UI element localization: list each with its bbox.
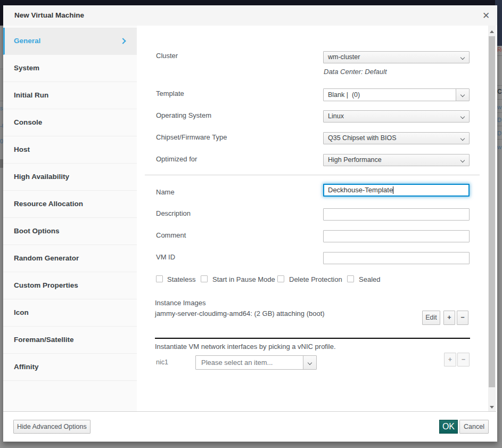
nic-section-note: Instantiate VM network interfaces by pic… bbox=[155, 343, 336, 351]
sidebar-item-custom-properties[interactable]: Custom Properties bbox=[3, 272, 137, 299]
sidebar-item-general[interactable]: General bbox=[3, 28, 137, 55]
scroll-down-arrow[interactable] bbox=[490, 406, 494, 409]
chevron-down-icon bbox=[460, 158, 465, 162]
os-select[interactable]: Linux bbox=[323, 110, 470, 123]
close-icon[interactable]: ✕ bbox=[481, 11, 491, 21]
scroll-up-arrow[interactable] bbox=[490, 30, 494, 33]
scrollbar-thumb[interactable] bbox=[489, 36, 495, 387]
new-vm-dialog: New Virtual Machine ✕ General System Ini… bbox=[3, 5, 497, 442]
start-in-pause-mode-checkbox[interactable] bbox=[201, 275, 208, 282]
background-row-line bbox=[497, 99, 502, 100]
template-select[interactable]: Blank | (0) bbox=[323, 88, 470, 101]
vm-id-label: VM ID bbox=[156, 253, 175, 261]
description-input[interactable] bbox=[323, 208, 470, 221]
sidebar-item-foreman-satellite[interactable]: Foreman/Satellite bbox=[3, 327, 137, 354]
vm-id-input[interactable] bbox=[323, 252, 470, 264]
nic-section-divider bbox=[155, 338, 470, 339]
sidebar-item-console[interactable]: Console bbox=[3, 109, 137, 136]
os-label: Operating System bbox=[156, 111, 211, 119]
chevron-down-icon bbox=[460, 115, 465, 119]
sealed-checkbox[interactable] bbox=[347, 275, 354, 282]
chipset-select[interactable]: Q35 Chipset with BIOS bbox=[323, 132, 470, 144]
sidebar-item-high-availability[interactable]: High Availability bbox=[3, 164, 137, 191]
background-fragment: D bbox=[497, 117, 501, 123]
stateless-label: Stateless bbox=[167, 275, 195, 283]
cancel-button[interactable]: Cancel bbox=[459, 420, 489, 434]
sidebar-item-host[interactable]: Host bbox=[3, 136, 137, 164]
instance-images-label: Instance Images bbox=[155, 299, 205, 307]
sidebar-item-resource-allocation[interactable]: Resource Allocation bbox=[3, 191, 137, 218]
description-label: Description bbox=[156, 209, 191, 217]
sidebar-item-boot-options[interactable]: Boot Options bbox=[3, 218, 137, 245]
background-fragment: w bbox=[497, 144, 501, 150]
delete-protection-label: Delete Protection bbox=[289, 275, 342, 283]
optimized-for-label: Optimized for bbox=[156, 155, 197, 163]
sidebar-item-initial-run[interactable]: Initial Run bbox=[3, 82, 137, 109]
background-row-line bbox=[497, 55, 502, 56]
edit-image-button[interactable]: Edit bbox=[422, 311, 440, 325]
add-image-button[interactable]: + bbox=[443, 311, 455, 325]
nic1-label: nic1 bbox=[156, 359, 168, 366]
remove-nic-button[interactable]: − bbox=[457, 353, 470, 366]
ok-button[interactable]: OK bbox=[439, 420, 458, 434]
name-label: Name bbox=[156, 188, 175, 196]
remove-image-button[interactable]: − bbox=[457, 311, 468, 325]
background-fragment: C bbox=[497, 88, 502, 95]
background-fragment: D bbox=[497, 130, 501, 136]
background-fragment: w bbox=[497, 104, 501, 110]
chevron-right-icon bbox=[120, 38, 126, 44]
sidebar-item-system[interactable]: System bbox=[3, 55, 137, 82]
instance-image-item: jammy-server-cloudimg-amd64: (2 GB) atta… bbox=[155, 309, 325, 317]
sidebar-item-affinity[interactable]: Affinity bbox=[3, 354, 137, 381]
background-row-line bbox=[497, 126, 502, 126]
delete-protection-checkbox[interactable] bbox=[277, 275, 284, 282]
chipset-label: Chipset/Firmware Type bbox=[156, 133, 227, 141]
general-form: Cluster wm-cluster Data Center: Default … bbox=[137, 26, 488, 411]
background-row-line bbox=[497, 139, 502, 140]
nic1-select-button[interactable] bbox=[303, 356, 316, 369]
cluster-select[interactable]: wm-cluster bbox=[323, 51, 470, 63]
background-row-line bbox=[497, 85, 502, 86]
chevron-down-icon bbox=[460, 55, 465, 60]
scrollbar[interactable] bbox=[488, 26, 496, 411]
dialog-header: New Virtual Machine ✕ bbox=[3, 5, 497, 26]
dialog-footer: Hide Advanced Options OK Cancel bbox=[3, 411, 496, 441]
chevron-down-icon bbox=[308, 361, 312, 365]
template-select-button[interactable] bbox=[456, 89, 469, 101]
dialog-title: New Virtual Machine bbox=[14, 5, 84, 26]
sidebar-item-random-generator[interactable]: Random Generator bbox=[3, 245, 137, 272]
cluster-label: Cluster bbox=[156, 52, 178, 60]
dialog-sidebar: General System Initial Run Console Host … bbox=[3, 26, 137, 411]
data-center-note: Data Center: Default bbox=[324, 68, 387, 76]
stateless-checkbox[interactable] bbox=[156, 275, 163, 282]
start-in-pause-mode-label: Start in Pause Mode bbox=[212, 275, 275, 283]
comment-input[interactable] bbox=[323, 230, 470, 242]
sealed-label: Sealed bbox=[359, 275, 380, 283]
background-fragment: s bbox=[0, 105, 3, 111]
background-row-line bbox=[497, 112, 502, 113]
nic1-profile-select[interactable]: Please select an item... bbox=[195, 355, 317, 370]
section-divider bbox=[145, 175, 480, 175]
template-label: Template bbox=[156, 89, 184, 97]
hide-advanced-options-button[interactable]: Hide Advanced Options bbox=[13, 420, 90, 434]
optimized-for-select[interactable]: High Performance bbox=[323, 154, 470, 166]
name-input[interactable]: Deckhouse-Template bbox=[323, 184, 470, 197]
sidebar-item-icon[interactable]: Icon bbox=[3, 299, 137, 327]
text-cursor bbox=[393, 186, 393, 194]
comment-label: Comment bbox=[156, 231, 186, 239]
chevron-down-icon bbox=[460, 93, 465, 97]
add-nic-button[interactable]: + bbox=[444, 353, 456, 366]
background-fragment: Re bbox=[497, 46, 502, 53]
chevron-down-icon bbox=[460, 136, 465, 141]
